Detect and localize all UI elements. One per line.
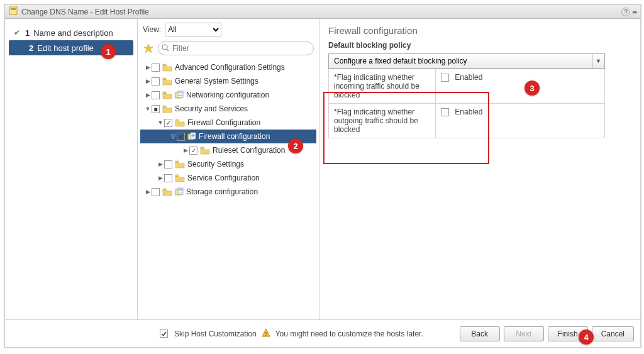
tree-checkbox[interactable] xyxy=(152,64,160,72)
tree-item-general-system-settings[interactable]: ▶General System Settings xyxy=(140,74,316,88)
filter-bar xyxy=(138,40,319,59)
policy-table: *Flag indicating whether incoming traffi… xyxy=(328,69,605,138)
folder-icon xyxy=(175,174,185,182)
dialog-window: Change DNS Name - Edit Host Profile ? ▸▸… xyxy=(4,4,641,348)
callout-2: 2 xyxy=(288,138,303,153)
disclosure-icon[interactable]: ▶ xyxy=(144,78,152,84)
tree-checkbox[interactable] xyxy=(164,174,172,182)
tree-item-service-configuration[interactable]: ▶Service Configuration xyxy=(140,171,316,185)
svg-rect-1 xyxy=(11,8,16,10)
search-icon xyxy=(162,44,169,53)
svg-rect-27 xyxy=(179,191,182,191)
svg-rect-6 xyxy=(163,78,166,80)
tree-checkbox[interactable] xyxy=(152,91,160,99)
folder-icon xyxy=(175,160,185,169)
disclosure-icon[interactable]: ▶ xyxy=(157,161,164,167)
svg-rect-0 xyxy=(9,7,17,14)
tree-checkbox[interactable] xyxy=(152,188,160,196)
enabled-checkbox-outgoing[interactable] xyxy=(441,108,449,116)
tree-item-label: Firewall Configuration xyxy=(187,118,260,127)
tree-item-advanced-configuration-settings[interactable]: ▶Advanced Configuration Settings xyxy=(140,60,316,74)
favorites-icon[interactable] xyxy=(143,43,154,54)
tree-item-security-settings[interactable]: ▶Security Settings xyxy=(140,157,316,171)
step-name-and-description[interactable]: ✔ 1 Name and description xyxy=(5,25,137,40)
window-title: Change DNS Name - Edit Host Profile xyxy=(21,8,149,16)
tree-item-label: Storage configuration xyxy=(186,187,258,196)
titlebar: Change DNS Name - Edit Host Profile ? ▸▸ xyxy=(5,5,640,19)
wizard-steps: ✔ 1 Name and description • 2 Edit host p… xyxy=(5,19,137,319)
details-panel: Firewall configuration Default blocking … xyxy=(319,19,640,319)
tree-checkbox[interactable]: ✓ xyxy=(177,133,185,141)
disclosure-icon[interactable]: ▶ xyxy=(144,64,152,70)
callout-4: 4 xyxy=(579,329,594,345)
tree-checkbox[interactable]: ■ xyxy=(152,105,160,113)
folder-icon xyxy=(162,105,172,113)
tree-item-label: Service Configuration xyxy=(187,174,260,182)
resize-icon[interactable]: ▸▸ xyxy=(633,8,636,15)
tree-checkbox[interactable]: ✓ xyxy=(189,147,197,155)
tree-item-security-and-services[interactable]: ▼■Security and Services xyxy=(140,102,316,116)
svg-rect-10 xyxy=(179,92,182,93)
svg-rect-26 xyxy=(179,189,182,190)
tree-checkbox[interactable] xyxy=(152,77,160,86)
svg-rect-14 xyxy=(175,119,179,121)
tree-item-storage-configuration[interactable]: ▶Storage configuration xyxy=(140,185,316,199)
help-icon[interactable]: ? xyxy=(621,8,630,16)
svg-rect-20 xyxy=(201,147,204,149)
tree-item-networking-configuration[interactable]: ▶Networking configuration xyxy=(140,88,316,102)
view-label: View: xyxy=(143,25,161,34)
folder-icon xyxy=(175,119,185,127)
view-select[interactable]: All xyxy=(165,23,221,36)
back-button[interactable]: Back xyxy=(460,326,500,341)
view-bar: View: All xyxy=(138,19,319,40)
check-icon: ✔ xyxy=(14,28,20,37)
tree-item-label: General System Settings xyxy=(175,77,258,86)
blocking-policy-dropdown[interactable]: Configure a fixed default blocking polic… xyxy=(328,53,605,69)
svg-rect-22 xyxy=(175,175,179,177)
disclosure-icon[interactable]: ▶ xyxy=(144,92,152,98)
svg-rect-28 xyxy=(179,192,182,192)
svg-point-3 xyxy=(162,45,167,50)
table-row: *Flag indicating whether outgoing traffi… xyxy=(329,104,605,138)
disclosure-icon[interactable]: ▼ xyxy=(144,106,152,112)
warning-icon: ! xyxy=(262,328,270,339)
footer-bar: Skip Host Customization ! You might need… xyxy=(5,319,640,347)
tree-item-label: Security Settings xyxy=(187,160,244,169)
svg-rect-17 xyxy=(192,134,195,135)
settings-tree[interactable]: ▶Advanced Configuration Settings▶General… xyxy=(138,59,319,319)
svg-rect-11 xyxy=(179,94,182,94)
profile-overlay-icon xyxy=(175,91,184,99)
table-row: *Flag indicating whether incoming traffi… xyxy=(329,69,605,104)
svg-rect-12 xyxy=(179,95,182,96)
tree-checkbox[interactable]: ✓ xyxy=(164,119,172,127)
tree-item-firewall-configuration[interactable]: ▼✓Firewall Configuration xyxy=(140,116,316,130)
disclosure-icon[interactable]: ▶ xyxy=(182,147,189,153)
folder-icon xyxy=(200,147,210,155)
panel-title: Firewall configuration xyxy=(328,25,631,36)
skip-customization-checkbox[interactable] xyxy=(160,329,168,338)
cancel-button[interactable]: Cancel xyxy=(592,326,634,341)
tree-item-label: Advanced Configuration Settings xyxy=(175,63,285,72)
disclosure-icon[interactable]: ▽ xyxy=(169,133,177,140)
disclosure-icon[interactable]: ▶ xyxy=(144,189,152,195)
tree-item-label: Networking configuration xyxy=(186,91,269,99)
svg-marker-2 xyxy=(144,44,153,53)
skip-customization-label: Skip Host Customization xyxy=(174,329,257,338)
disclosure-icon[interactable]: ▼ xyxy=(157,119,164,126)
folder-icon xyxy=(162,188,172,196)
svg-rect-23 xyxy=(163,189,166,191)
enabled-checkbox-incoming[interactable] xyxy=(441,74,449,82)
profile-overlay-icon xyxy=(187,132,196,141)
profile-overlay-icon xyxy=(175,187,184,196)
settings-tree-panel: View: All ▶Advanced Configuration Settin… xyxy=(137,19,319,319)
tree-checkbox[interactable] xyxy=(164,160,172,169)
panel-subtitle: Default blocking policy xyxy=(328,41,631,50)
chevron-down-icon: ▼ xyxy=(592,54,604,68)
disclosure-icon[interactable]: ▶ xyxy=(157,175,164,181)
warning-text: You might need to customize the hosts la… xyxy=(275,329,423,338)
svg-rect-13 xyxy=(163,106,166,108)
svg-rect-18 xyxy=(192,135,195,136)
folder-icon xyxy=(162,91,172,99)
tree-item-label: Ruleset Configuration xyxy=(213,146,285,155)
filter-input[interactable] xyxy=(158,41,314,55)
